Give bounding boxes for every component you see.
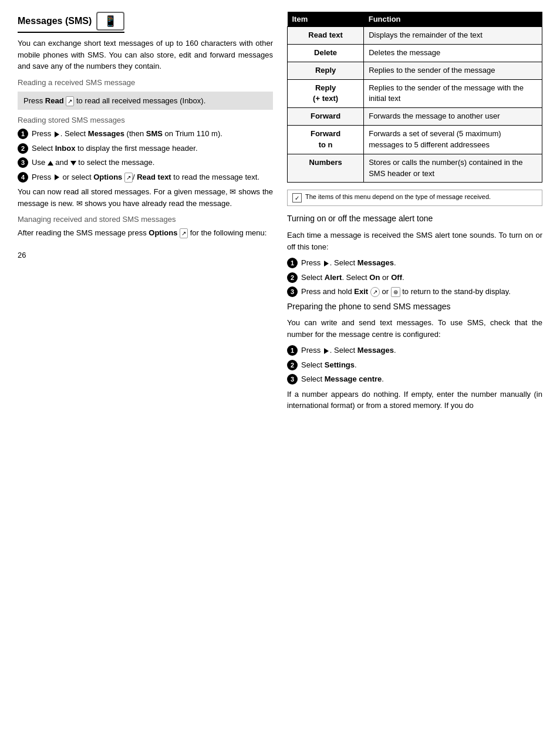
subsection1-title: Reading a received SMS message bbox=[18, 78, 273, 87]
step-3-text: Use and to select the message. bbox=[32, 157, 273, 168]
table-cell-item: Reply bbox=[288, 62, 364, 79]
section-title: Messages (SMS) 📱 bbox=[18, 12, 124, 33]
step-4-text: Press or select Options ↗/ Read text to … bbox=[32, 171, 273, 183]
step-2-2-text: Select Alert. Select On or Off. bbox=[301, 272, 542, 284]
page-container: Messages (SMS) 📱 You can exchange short … bbox=[18, 12, 542, 416]
table-row: Reply(+ text) Replies to the sender of t… bbox=[288, 79, 542, 108]
check-icon: ✓ bbox=[292, 193, 302, 203]
table-cell-item: Forward bbox=[288, 108, 364, 126]
section3-cont: If a number appears do nothing. If empty… bbox=[287, 389, 542, 411]
right-column: Item Function Read text Displays the rem… bbox=[287, 12, 542, 416]
table-cell-item: Forwardto n bbox=[288, 126, 364, 154]
step-1-text: Press . Select Messages (then SMS on Tri… bbox=[32, 128, 273, 140]
table-cell-function: Forwards the message to another user bbox=[364, 108, 542, 126]
para2-text: After reading the SMS message press Opti… bbox=[18, 227, 273, 239]
step-1: 1 Press . Select Messages (then SMS on T… bbox=[18, 128, 273, 140]
step-3-num: 3 bbox=[18, 157, 28, 168]
table-cell-item: Numbers bbox=[288, 154, 364, 183]
step-3-3: 3 Select Message centre. bbox=[287, 373, 542, 385]
table-row: Read text Displays the remainder of the … bbox=[288, 27, 542, 45]
note-box: ✓ The items of this menu depend on the t… bbox=[287, 190, 542, 206]
step-3-2-num: 2 bbox=[287, 360, 298, 370]
table-row: Forward Forwards the message to another … bbox=[288, 108, 542, 126]
table-cell-function: Forwards a set of several (5 maximum) me… bbox=[364, 126, 542, 154]
step-1-num: 1 bbox=[18, 129, 28, 139]
phone-icon: 📱 bbox=[96, 12, 124, 31]
step-2-3: 3 Press and hold Exit ↗ or ⊛ to return t… bbox=[287, 286, 542, 298]
step-2-2-num: 2 bbox=[287, 272, 298, 283]
table-cell-function: Replies to the sender of the message bbox=[364, 62, 542, 79]
step-2-num: 2 bbox=[18, 143, 28, 154]
table-cell-function: Displays the remainder of the text bbox=[364, 27, 542, 45]
steps-list-2: 1 Press . Select Messages. 2 Select Aler… bbox=[287, 257, 542, 298]
step-2-3-text: Press and hold Exit ↗ or ⊛ to return to … bbox=[301, 286, 542, 298]
step-4-num: 4 bbox=[18, 172, 28, 183]
step-2-text: Select Inbox to display the first messag… bbox=[32, 143, 273, 154]
step-3-1: 1 Press . Select Messages. bbox=[287, 345, 542, 356]
table-cell-function: Stores or calls the number(s) contained … bbox=[364, 154, 542, 183]
table-cell-function: Replies to the sender of the message wit… bbox=[364, 79, 542, 108]
highlight-box: Press Read ↗ to read all received messag… bbox=[18, 92, 273, 110]
step-2: 2 Select Inbox to display the first mess… bbox=[18, 143, 273, 154]
step-2-3-num: 3 bbox=[287, 286, 298, 297]
table-cell-item: Delete bbox=[288, 44, 364, 62]
para1-text: You can now read all stored messages. Fo… bbox=[18, 186, 273, 209]
step-3-2-text: Select Settings. bbox=[301, 359, 542, 371]
table-row: Numbers Stores or calls the number(s) co… bbox=[288, 154, 542, 183]
steps-list-3: 1 Press . Select Messages. 2 Select Sett… bbox=[287, 345, 542, 385]
section3-body: You can write and send text messages. To… bbox=[287, 317, 542, 340]
subsection2-title: Reading stored SMS messages bbox=[18, 116, 273, 124]
note-text: The items of this menu depend on the typ… bbox=[305, 193, 491, 200]
step-2-2: 2 Select Alert. Select On or Off. bbox=[287, 272, 542, 284]
highlight-text: Press Read ↗ to read all received messag… bbox=[23, 96, 205, 105]
table-header-item: Item bbox=[288, 12, 364, 27]
intro-text: You can exchange short text messages of … bbox=[18, 38, 273, 72]
steps-list-1: 1 Press . Select Messages (then SMS on T… bbox=[18, 128, 273, 183]
step-2-1: 1 Press . Select Messages. bbox=[287, 257, 542, 269]
table-header-function: Function bbox=[364, 12, 542, 27]
table-row: Delete Deletes the message bbox=[288, 44, 542, 62]
sms-table: Item Function Read text Displays the rem… bbox=[287, 12, 542, 183]
table-cell-function: Deletes the message bbox=[364, 44, 542, 62]
step-3-2: 2 Select Settings. bbox=[287, 359, 542, 371]
step-3-1-text: Press . Select Messages. bbox=[301, 345, 542, 356]
section2-title: Turning on or off the message alert tone bbox=[287, 213, 542, 225]
step-3-3-num: 3 bbox=[287, 374, 298, 384]
table-row: Forwardto n Forwards a set of several (5… bbox=[288, 126, 542, 154]
table-row: Reply Replies to the sender of the messa… bbox=[288, 62, 542, 79]
table-cell-item: Reply(+ text) bbox=[288, 79, 364, 108]
step-3-1-num: 1 bbox=[287, 345, 298, 356]
section2-body: Each time a message is received the SMS … bbox=[287, 230, 542, 252]
section3-title: Preparing the phone to send SMS messages bbox=[287, 301, 542, 313]
left-column: Messages (SMS) 📱 You can exchange short … bbox=[18, 12, 273, 416]
table-cell-item: Read text bbox=[288, 27, 364, 45]
step-3: 3 Use and to select the message. bbox=[18, 157, 273, 168]
subsection3-title: Managing received and stored SMS message… bbox=[18, 215, 273, 224]
step-2-1-text: Press . Select Messages. bbox=[301, 257, 542, 269]
step-2-1-num: 1 bbox=[287, 258, 298, 268]
page-number: 26 bbox=[18, 251, 273, 259]
step-3-3-text: Select Message centre. bbox=[301, 373, 542, 385]
step-4: 4 Press or select Options ↗/ Read text t… bbox=[18, 171, 273, 183]
title-text: Messages (SMS) bbox=[18, 16, 92, 26]
